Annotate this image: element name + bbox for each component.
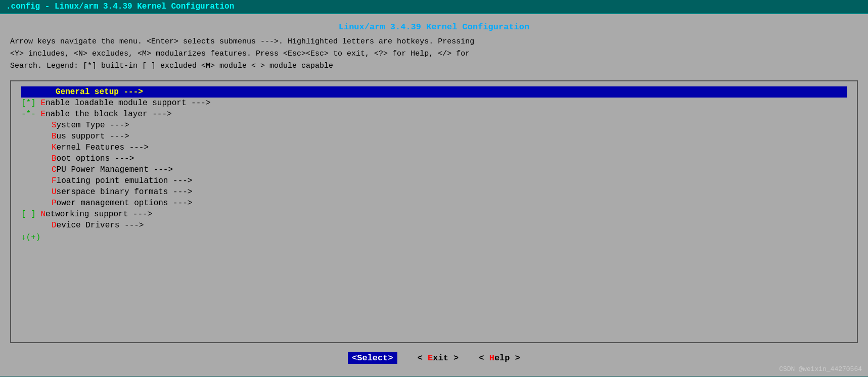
help-label: elp >: [494, 353, 520, 363]
menu-item-power-management[interactable]: Power management options --->: [21, 198, 847, 209]
menu-item-kernel-features[interactable]: Kernel Features --->: [21, 142, 847, 153]
menu-item-userspace-binary[interactable]: Userspace binary formats --->: [21, 186, 847, 198]
help-line1: Arrow keys navigate the menu. <Enter> se…: [10, 36, 858, 48]
menu-item-system-type[interactable]: System Type --->: [21, 120, 847, 131]
help-line2: <Y> includes, <N> excludes, <M> modulari…: [10, 48, 858, 60]
watermark: CSDN @weixin_44270564: [779, 365, 862, 373]
menu-item-boot-options[interactable]: Boot options --->: [21, 153, 847, 164]
bottom-bar: <Select> < Exit > < Help >: [10, 348, 858, 368]
menu-item-cpu-power[interactable]: CPU Power Management --->: [21, 164, 847, 175]
menu-box: General setup ---> [*] Enable loadable m…: [10, 80, 858, 343]
help-button[interactable]: < Help >: [479, 353, 520, 363]
title-bar: .config - Linux/arm 3.4.39 Kernel Config…: [0, 0, 868, 14]
select-label: <Select>: [352, 353, 393, 363]
exit-button[interactable]: < Exit >: [418, 353, 459, 363]
config-title: Linux/arm 3.4.39 Kernel Configuration: [10, 22, 858, 32]
menu-item-device-drivers[interactable]: Device Drivers --->: [21, 220, 847, 231]
menu-item-general-setup[interactable]: General setup --->: [21, 86, 847, 98]
exit-hotkey: E: [428, 353, 433, 363]
main-container: Linux/arm 3.4.39 Kernel Configuration Ar…: [0, 14, 868, 376]
scroll-indicator: ↓(+): [21, 233, 847, 242]
menu-item-networking[interactable]: [ ] Networking support --->: [21, 209, 847, 220]
menu-item-floating-point[interactable]: Floating point emulation --->: [21, 175, 847, 186]
menu-item-block-layer[interactable]: -*- Enable the block layer --->: [21, 109, 847, 120]
title-text: .config - Linux/arm 3.4.39 Kernel Config…: [6, 2, 234, 11]
help-line3: Search. Legend: [*] built-in [ ] exclude…: [10, 60, 858, 72]
exit-label: xit >: [433, 353, 459, 363]
menu-item-loadable-module[interactable]: [*] Enable loadable module support --->: [21, 98, 847, 109]
menu-item-bus-support[interactable]: Bus support --->: [21, 131, 847, 142]
help-text: Arrow keys navigate the menu. <Enter> se…: [10, 36, 858, 72]
help-hotkey: H: [489, 353, 494, 363]
select-button[interactable]: <Select>: [348, 352, 397, 364]
